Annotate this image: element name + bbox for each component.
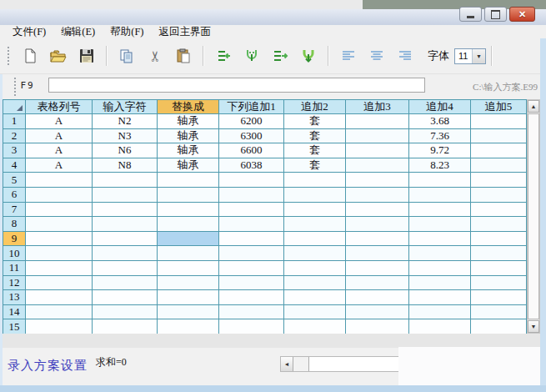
table-cell[interactable] [219, 290, 284, 305]
table-cell[interactable] [346, 305, 409, 320]
table-cell[interactable] [346, 319, 409, 334]
table-cell[interactable] [158, 203, 219, 218]
table-cell[interactable] [471, 203, 527, 218]
table-cell[interactable]: 套 [284, 129, 346, 144]
table-cell[interactable]: N8 [93, 158, 158, 173]
maximize-button[interactable] [484, 7, 507, 22]
table-cell[interactable] [409, 290, 471, 305]
table-cell[interactable] [471, 319, 527, 334]
table-cell[interactable]: A [26, 114, 93, 129]
table-cell[interactable]: 套 [284, 143, 346, 158]
table-cell[interactable]: 6038 [219, 158, 284, 173]
cut-button[interactable]: ✂ [144, 45, 166, 67]
table-cell[interactable]: 轴承 [158, 129, 219, 144]
table-cell[interactable] [346, 261, 409, 276]
table-cell[interactable] [26, 319, 93, 334]
table-cell[interactable] [284, 232, 346, 247]
table-cell[interactable] [93, 305, 158, 320]
column-header[interactable]: 输入字符 [93, 100, 158, 114]
table-cell[interactable] [26, 188, 93, 203]
table-cell[interactable]: 6600 [219, 143, 284, 158]
row-header[interactable]: 4 [3, 158, 26, 173]
table-cell[interactable] [471, 114, 527, 129]
minimize-button[interactable] [459, 7, 482, 22]
table-cell[interactable] [26, 203, 93, 218]
table-cell[interactable] [158, 232, 219, 247]
table-cell[interactable] [409, 217, 471, 232]
row-header[interactable]: 8 [3, 217, 26, 232]
table-cell[interactable] [284, 246, 346, 261]
vertical-scrollbar[interactable]: ▲ ▼ [527, 99, 540, 334]
table-cell[interactable] [158, 319, 219, 334]
row-header[interactable]: 12 [3, 276, 26, 291]
table-cell[interactable]: 7.36 [409, 129, 471, 144]
toolbar-grip[interactable] [7, 46, 10, 66]
table-cell[interactable] [346, 143, 409, 158]
table-cell[interactable] [346, 276, 409, 291]
row-header[interactable]: 13 [3, 290, 26, 305]
table-cell[interactable]: A [26, 143, 93, 158]
table-cell[interactable]: A [26, 158, 93, 173]
table-cell[interactable] [346, 114, 409, 129]
table-cell[interactable]: 6200 [219, 114, 284, 129]
row-header[interactable]: 14 [3, 305, 26, 320]
insert-column-up-button[interactable] [241, 45, 263, 67]
insert-left-button[interactable] [213, 45, 234, 67]
table-cell[interactable] [93, 188, 158, 203]
table-cell[interactable] [158, 290, 219, 305]
table-cell[interactable] [284, 217, 346, 232]
table-cell[interactable] [219, 203, 284, 218]
table-cell[interactable] [26, 246, 93, 261]
close-button[interactable]: ✕ [509, 7, 535, 22]
table-cell[interactable] [93, 246, 158, 261]
column-header[interactable]: 下列追加1 [219, 100, 284, 114]
paste-button[interactable] [173, 45, 194, 67]
table-cell[interactable] [409, 246, 471, 261]
select-all-corner[interactable] [3, 100, 26, 114]
open-file-button[interactable] [48, 45, 69, 67]
row-header[interactable]: 5 [3, 173, 26, 188]
table-cell[interactable] [471, 188, 527, 203]
table-cell[interactable] [409, 188, 471, 203]
table-cell[interactable] [346, 290, 409, 305]
table-cell[interactable] [409, 305, 471, 320]
scroll-down-button[interactable]: ▼ [528, 320, 539, 333]
table-cell[interactable] [284, 276, 346, 291]
table-cell[interactable]: N2 [93, 114, 158, 129]
table-cell[interactable] [219, 173, 284, 188]
table-cell[interactable] [26, 290, 93, 305]
table-cell[interactable] [219, 319, 284, 334]
table-cell[interactable] [471, 290, 527, 305]
table-cell[interactable]: 轴承 [158, 114, 219, 129]
row-header[interactable]: 11 [3, 261, 26, 276]
table-cell[interactable] [26, 305, 93, 320]
table-cell[interactable] [284, 203, 346, 218]
table-cell[interactable] [219, 246, 284, 261]
append-column-down-button[interactable] [298, 45, 319, 67]
table-cell[interactable] [346, 129, 409, 144]
table-cell[interactable] [219, 276, 284, 291]
table-cell[interactable] [284, 188, 346, 203]
table-cell[interactable] [409, 276, 471, 291]
table-cell[interactable] [409, 173, 471, 188]
align-left-button[interactable] [338, 45, 359, 67]
table-cell[interactable] [409, 261, 471, 276]
row-header[interactable]: 1 [3, 114, 26, 129]
table-cell[interactable]: 轴承 [158, 158, 219, 173]
menu-return-main[interactable]: 返回主界面 [152, 25, 219, 39]
save-button[interactable] [76, 45, 98, 67]
table-cell[interactable]: N6 [93, 143, 158, 158]
table-cell[interactable] [158, 217, 219, 232]
table-cell[interactable] [219, 217, 284, 232]
menu-edit[interactable]: 编辑(E) [53, 25, 103, 39]
table-cell[interactable] [346, 203, 409, 218]
table-cell[interactable] [93, 276, 158, 291]
table-cell[interactable] [158, 188, 219, 203]
table-cell[interactable] [346, 246, 409, 261]
table-cell[interactable] [158, 305, 219, 320]
append-right-button[interactable] [269, 45, 291, 67]
horizontal-scrollbar[interactable]: ◄ [280, 356, 402, 372]
table-cell[interactable] [284, 305, 346, 320]
table-cell[interactable] [93, 203, 158, 218]
table-cell[interactable] [26, 261, 93, 276]
